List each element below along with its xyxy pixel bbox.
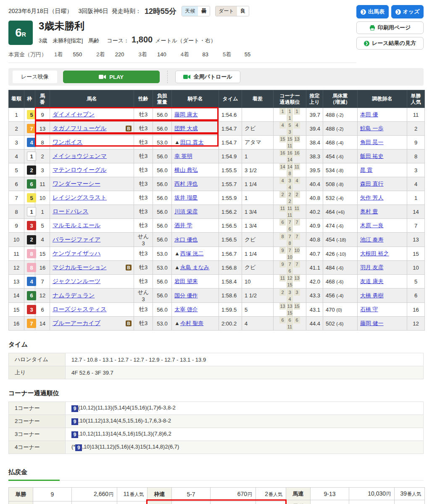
table-row: 811ロードパレス牡356.0川須 栄彦1:56.21 3/4111111114… — [9, 205, 425, 219]
print-page-button[interactable]: 印刷用ページ — [356, 21, 424, 34]
trainer-link[interactable]: 藤岡 健一 — [360, 320, 384, 326]
trainer-link[interactable]: 昆 貢 — [360, 167, 373, 173]
jockey-cell: ▲今村 聖奈 — [172, 317, 219, 331]
margin: 1 1/2 — [242, 289, 274, 303]
jockey-link[interactable]: 藤岡 康太 — [174, 111, 198, 118]
corner-position-value: 10 — [287, 254, 293, 260]
trainer-link[interactable]: 飯田 祐史 — [360, 153, 384, 159]
horse-name-link[interactable]: バラージファイア — [53, 236, 100, 243]
prize-place-label: 5着 — [223, 51, 231, 58]
body-weight-diff: (-2) — [336, 126, 343, 131]
video-camera-icon — [183, 74, 190, 79]
last-3f-time: 39.7 — [306, 108, 323, 122]
jockey-link[interactable]: 太宰 啓介 — [174, 306, 198, 312]
patrol-video-button[interactable]: 全周パトロール — [175, 71, 240, 83]
horse-name-link[interactable]: タガノフリューゲル — [53, 125, 107, 131]
carried-weight: 53.0 — [153, 136, 172, 150]
jockey-link[interactable]: 国分 優作 — [174, 292, 198, 299]
race-number-badge: 6 R — [8, 21, 33, 45]
win-popularity: 8 — [407, 150, 425, 163]
trainer-link[interactable]: 角田 晃一 — [360, 139, 384, 145]
win-popularity: 5 — [407, 275, 425, 289]
trainer-link[interactable]: 木原 一良 — [360, 222, 384, 228]
shutsuba-button[interactable]: ❯ 出馬表 — [356, 5, 389, 18]
body-weight-diff: (-6) — [336, 154, 343, 159]
horse-name-link[interactable]: マルモルミエール — [53, 222, 100, 228]
bet-type-label: 複勝 — [9, 501, 33, 504]
last-3f-time: 40.9 — [306, 219, 323, 233]
horse-name-cell: ロードパレス — [50, 205, 134, 219]
prize-amount: 550 — [69, 51, 82, 58]
jockey-link[interactable]: 岩田 望来 — [174, 278, 198, 284]
trainer-link[interactable]: 大橋 勇樹 — [360, 292, 384, 299]
jockey-cell: 酒井 学 — [172, 219, 219, 233]
jockey-link[interactable]: 団野 大成 — [174, 125, 198, 131]
trainer-link[interactable]: 大根田 裕之 — [360, 250, 389, 257]
corner-position-value: 15 — [287, 281, 293, 288]
jockey-link[interactable]: 田口 貫太 — [180, 139, 204, 145]
finish-time: 1:58.4 — [219, 275, 242, 289]
horse-name-link[interactable]: レイジングスラスト — [53, 194, 107, 201]
horse-name-link[interactable]: ナムラデュラン — [53, 292, 95, 299]
horse-name-cell: バラージファイア — [50, 233, 134, 247]
trainer-link[interactable]: 石橋 守 — [360, 306, 378, 312]
jockey-link[interactable]: 酒井 学 — [174, 222, 192, 228]
horse-name-link[interactable]: ダイメイセブン — [53, 111, 95, 118]
jockey-link[interactable]: 水口 優也 — [174, 236, 198, 243]
margin: 5 — [242, 303, 274, 317]
horse-number: 6 — [35, 303, 50, 317]
jockey-link[interactable]: 幸 英明 — [174, 153, 192, 159]
jockey-link[interactable]: 川須 栄彦 — [174, 208, 198, 215]
body-weight: 468 — [326, 278, 336, 285]
sex-age: 牡3 — [134, 303, 153, 317]
corner-position-value: 4 — [294, 122, 300, 129]
horse-name-link[interactable]: ブルーアーカイブ — [53, 320, 100, 326]
trainer-link[interactable]: 矢作 芳人 — [360, 194, 384, 201]
results-column-header: 着差 — [242, 90, 274, 108]
finish-position: 16 — [9, 317, 24, 331]
horse-name-link[interactable]: ロードパレス — [53, 208, 89, 215]
corner-position-value: 5 — [287, 122, 293, 129]
play-button[interactable]: PLAY — [63, 71, 160, 83]
trainer-link[interactable]: 森田 直行 — [360, 181, 384, 187]
odds-button[interactable]: ❯ オッズ — [391, 5, 424, 18]
corner-positions: 8778 — [274, 233, 306, 247]
jockey-link[interactable]: 今村 聖奈 — [180, 320, 204, 326]
prize-place-label: 1着 — [54, 51, 63, 58]
corner-position-value: 13 — [294, 136, 300, 142]
corner-position-value: 6 — [287, 226, 293, 232]
corner-positions: 11121315 — [274, 275, 306, 289]
horse-name-link[interactable]: マテンロウイーグル — [53, 166, 107, 173]
horse-name-link[interactable]: メイショウジェンマ — [53, 152, 107, 159]
win-popularity: 7 — [407, 219, 425, 233]
trainer-link[interactable]: 池江 泰寿 — [360, 236, 384, 243]
result-guide-button[interactable]: ❯ レース結果の見方 — [356, 37, 424, 50]
results-column-header: 枠 — [24, 90, 35, 108]
jockey-link[interactable]: 永島 まなみ — [180, 264, 210, 270]
corner-position-value: 11 — [287, 205, 293, 212]
trainer-link[interactable]: 羽月 友彦 — [360, 264, 384, 270]
body-weight-cell: 426 (-10) — [323, 247, 358, 261]
trainer-link[interactable]: 友道 康夫 — [360, 278, 384, 284]
horse-name-link[interactable]: ローズジャスティス — [53, 306, 107, 312]
trainer-link[interactable]: 鮫島 一歩 — [360, 125, 384, 131]
jockey-link[interactable]: 横山 典弘 — [174, 167, 198, 173]
trainer-link[interactable]: 奥村 豊 — [360, 208, 378, 215]
waku-cell: 6 — [24, 177, 35, 191]
body-weight: 470 — [326, 307, 336, 313]
horse-name-link[interactable]: ケンヴァイザッハ — [53, 250, 101, 257]
table-row: 159ダイメイセブン牡356.0藤岡 康太1:54.6111139.7488 (… — [9, 108, 425, 122]
horse-name-link[interactable]: ワンダーマーシー — [53, 180, 100, 187]
body-weight-cell: 474 (-6) — [323, 219, 358, 233]
jockey-link[interactable]: 西村 淳也 — [174, 181, 198, 187]
jockey-link[interactable]: 坂井 瑠星 — [174, 194, 198, 201]
results-column-header: 負担重量 — [153, 90, 172, 108]
sex-age: 牡3 — [134, 191, 153, 205]
horse-name-link[interactable]: ジャクソンルーツ — [53, 278, 100, 284]
finish-position: 4 — [9, 150, 24, 163]
trainer-link[interactable]: 本田 優 — [360, 111, 378, 118]
jockey-link[interactable]: 西塚 洸二 — [180, 250, 204, 257]
horse-name-link[interactable]: マジカルモーション — [53, 264, 107, 270]
horse-name-link[interactable]: ワンボイス — [53, 139, 83, 145]
last-3f-time: 40.8 — [306, 191, 323, 205]
